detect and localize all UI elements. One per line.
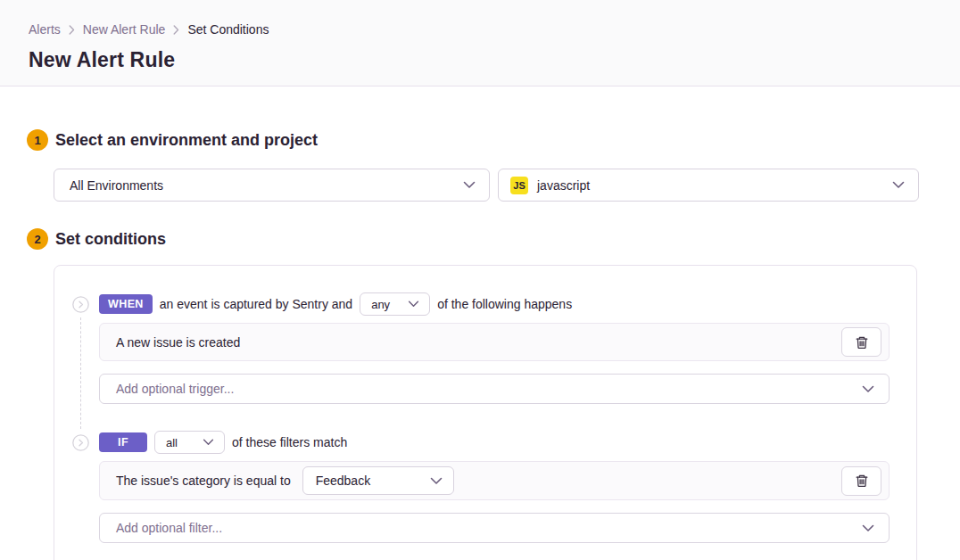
- environment-select[interactable]: All Environments: [54, 169, 490, 202]
- when-gutter: [72, 292, 99, 404]
- if-match-value: all: [166, 436, 178, 449]
- page-title: New Alert Rule: [29, 48, 931, 72]
- section-environment-title: Select an environment and project: [55, 131, 318, 150]
- if-content: IF all of these filters match The issue'…: [99, 431, 890, 543]
- filter-value-select[interactable]: Feedback: [302, 466, 454, 495]
- project-select-value: javascript: [537, 178, 892, 193]
- breadcrumb: Alerts New Alert Rule Set Conditions: [29, 22, 931, 37]
- add-trigger-placeholder: Add optional trigger...: [116, 382, 234, 396]
- chevron-right-icon: [69, 25, 75, 35]
- section-conditions-heading: 2 Set conditions: [27, 228, 919, 250]
- when-match-value: any: [371, 298, 390, 311]
- if-badge: IF: [99, 432, 147, 452]
- filter-row-label: The issue's category is equal to: [116, 474, 291, 488]
- step-1-badge: 1: [27, 129, 48, 151]
- add-trigger-select[interactable]: Add optional trigger...: [99, 374, 890, 404]
- trash-icon: [855, 474, 869, 488]
- add-filter-placeholder: Add optional filter...: [116, 521, 222, 535]
- breadcrumb-alerts[interactable]: Alerts: [29, 22, 61, 37]
- when-text-before: an event is captured by Sentry and: [160, 297, 352, 311]
- when-content: WHEN an event is captured by Sentry and …: [99, 292, 890, 404]
- step-2-badge: 2: [27, 228, 48, 250]
- project-select[interactable]: JS javascript: [498, 169, 919, 202]
- trigger-row: A new issue is created: [99, 323, 890, 361]
- circle-chevron-right-icon: [72, 296, 89, 313]
- when-match-select[interactable]: any: [360, 292, 430, 316]
- when-lead: WHEN an event is captured by Sentry and …: [99, 292, 890, 316]
- chevron-down-icon: [862, 385, 874, 393]
- if-lead: IF all of these filters match: [99, 431, 890, 454]
- section-environment-heading: 1 Select an environment and project: [27, 129, 919, 151]
- chevron-down-icon: [862, 524, 874, 532]
- delete-trigger-button[interactable]: [841, 327, 881, 357]
- when-step: WHEN an event is captured by Sentry and …: [72, 292, 890, 404]
- if-text-after: of these filters match: [232, 435, 347, 449]
- circle-chevron-right-icon: [72, 434, 89, 451]
- if-gutter: [72, 431, 99, 543]
- when-badge: WHEN: [99, 294, 153, 314]
- chevron-down-icon: [430, 477, 443, 485]
- environment-select-value: All Environments: [70, 178, 463, 193]
- chevron-down-icon: [408, 301, 419, 308]
- environment-project-row: All Environments JS javascript: [54, 169, 919, 202]
- filter-value: Feedback: [316, 474, 370, 488]
- page-header: Alerts New Alert Rule Set Conditions New…: [0, 0, 960, 86]
- chevron-down-icon: [203, 439, 214, 446]
- trash-icon: [855, 335, 869, 350]
- conditions-card: WHEN an event is captured by Sentry and …: [54, 265, 917, 560]
- main-content: 1 Select an environment and project All …: [0, 129, 960, 560]
- javascript-platform-icon: JS: [510, 177, 528, 194]
- chevron-right-icon: [173, 25, 179, 35]
- when-text-after: of the following happens: [437, 297, 572, 311]
- delete-filter-button[interactable]: [841, 466, 881, 496]
- section-conditions-title: Set conditions: [55, 230, 166, 249]
- filter-row: The issue's category is equal to Feedbac…: [99, 461, 890, 500]
- chevron-down-icon: [463, 181, 476, 189]
- if-match-select[interactable]: all: [154, 431, 225, 454]
- breadcrumb-new-alert-rule[interactable]: New Alert Rule: [83, 22, 166, 37]
- add-filter-select[interactable]: Add optional filter...: [99, 513, 890, 543]
- alert-rule-page: Alerts New Alert Rule Set Conditions New…: [0, 0, 960, 560]
- trigger-row-label: A new issue is created: [116, 335, 841, 350]
- if-step: IF all of these filters match The issue'…: [72, 431, 890, 543]
- chevron-down-icon: [892, 181, 905, 189]
- breadcrumb-set-conditions: Set Conditions: [187, 22, 269, 37]
